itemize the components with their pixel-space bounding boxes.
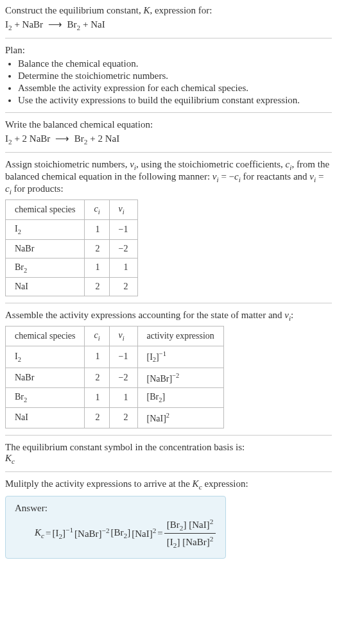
- reaction-balanced: I2 + 2 NaBr ⟶ Br2 + 2 NaI: [5, 133, 332, 146]
- cell-c: 1: [85, 219, 109, 239]
- table-row: NaI 2 2: [6, 278, 138, 296]
- final-expression: Kc = [I2]−1 [NaBr]−2 [Br2] [NaI]2 = [Br2…: [15, 518, 216, 549]
- table-row: Br2 1 1 [Br2]: [6, 388, 224, 408]
- plus: +: [14, 19, 19, 30]
- separator: [5, 471, 332, 472]
- cell-c: 2: [85, 239, 109, 258]
- fraction-numerator: [Br2] [NaI]2: [164, 518, 216, 534]
- th-species: chemical species: [6, 326, 85, 346]
- reaction-unbalanced: I2 + NaBr ⟶ Br2 + NaI: [5, 19, 332, 31]
- stoichiometry-table: chemical species ci νi I2 1 −1 NaBr 2 −2…: [5, 199, 138, 296]
- activity-label: Assemble the activity expressions accoun…: [5, 310, 284, 320]
- th-activity: activity expression: [137, 326, 223, 346]
- cell-nu: 2: [109, 278, 137, 296]
- table-header-row: chemical species ci νi activity expressi…: [6, 326, 224, 346]
- separator: [5, 303, 332, 303]
- symbol-block: The equilibrium constant symbol in the c…: [5, 442, 332, 465]
- multiply-block: Mulitply the activity expressions to arr…: [5, 479, 332, 559]
- nu-symbol: ν: [284, 310, 289, 320]
- table-row: NaBr 2 −2 [NaBr]−2: [6, 368, 224, 388]
- separator: [5, 152, 332, 153]
- title-rest: , expression for:: [150, 5, 212, 15]
- cell-c: 2: [85, 408, 109, 428]
- assign-text: for products:: [12, 183, 64, 194]
- title-text: Construct the equilibrium constant,: [5, 5, 143, 15]
- cell-nu: −2: [109, 239, 137, 258]
- balanced-label: Write the balanced chemical equation:: [5, 119, 332, 130]
- cell-species: NaBr: [6, 368, 85, 388]
- arrow-icon: ⟶: [53, 133, 72, 144]
- th-nu: νi: [109, 326, 137, 346]
- species-NaBr: NaBr: [30, 133, 51, 144]
- cell-activity: [I2]−1: [137, 346, 223, 368]
- cell-species: Br2: [6, 388, 85, 408]
- plan-label: Plan:: [5, 45, 332, 56]
- assign-text: Assign stoichiometric numbers,: [5, 159, 130, 169]
- c-symbol: c: [5, 183, 10, 194]
- species-Br2: Br2: [74, 133, 88, 144]
- coef: 2: [22, 133, 28, 144]
- cell-species: I2: [6, 346, 85, 368]
- table-row: I2 1 −1: [6, 219, 138, 239]
- table-row: NaBr 2 −2: [6, 239, 138, 258]
- cell-nu: 2: [109, 408, 137, 428]
- th-c: ci: [85, 200, 109, 220]
- plan-item: Determine the stoichiometric numbers.: [18, 71, 332, 81]
- answer-label: Answer:: [15, 503, 216, 514]
- arrow-icon: ⟶: [46, 19, 65, 30]
- nu-symbol: ν: [309, 171, 314, 182]
- cell-activity: [NaBr]−2: [137, 368, 223, 388]
- answer-box: Answer: Kc = [I2]−1 [NaBr]−2 [Br2] [NaI]…: [5, 496, 226, 559]
- eq: =: [316, 171, 324, 182]
- cell-species: Br2: [6, 258, 85, 278]
- cell-activity: [Br2]: [137, 388, 223, 408]
- Kc-symbol: Kc: [5, 453, 332, 465]
- term: [NaBr]−2: [74, 527, 109, 539]
- cell-species: NaBr: [6, 239, 85, 258]
- plan-item: Use the activity expressions to build th…: [18, 95, 332, 106]
- eq: =: [157, 528, 162, 539]
- cell-species: NaI: [6, 278, 85, 296]
- table-row: I2 1 −1 [I2]−1: [6, 346, 224, 368]
- cell-c: 1: [85, 346, 109, 368]
- fraction-denominator: [I2] [NaBr]2: [164, 534, 216, 549]
- cell-nu: 1: [109, 258, 137, 278]
- symbol-line: The equilibrium constant symbol in the c…: [5, 442, 332, 453]
- cell-nu: −1: [109, 219, 137, 239]
- th-c: ci: [85, 326, 109, 346]
- cell-c: 2: [85, 368, 109, 388]
- balanced-block: Write the balanced chemical equation: I2…: [5, 119, 332, 146]
- assign-text: for reactants and: [241, 171, 309, 182]
- assign-block: Assign stoichiometric numbers, νi, using…: [5, 159, 332, 296]
- multiply-text: Mulitply the activity expressions to arr…: [5, 479, 193, 489]
- Kc: Kc: [35, 527, 44, 539]
- Kc-symbol: Kc: [193, 479, 202, 489]
- eq: = −: [219, 171, 234, 182]
- species-NaI: NaI: [105, 133, 120, 144]
- term: [I2]−1: [52, 526, 73, 540]
- coef: 2: [98, 133, 103, 144]
- species-NaI: NaI: [91, 19, 105, 30]
- plan-list: Balance the chemical equation. Determine…: [5, 58, 332, 106]
- multiply-text-end: expression:: [202, 479, 248, 489]
- species-I2: I2: [5, 133, 12, 144]
- plan-block: Plan: Balance the chemical equation. Det…: [5, 45, 332, 106]
- cell-species: NaI: [6, 408, 85, 428]
- nu-symbol: ν: [130, 159, 134, 169]
- title-K: K: [143, 5, 150, 15]
- cell-c: 1: [85, 258, 109, 278]
- table-row: Br2 1 1: [6, 258, 138, 278]
- table-header-row: chemical species ci νi: [6, 200, 138, 220]
- activity-label-end: :: [291, 310, 293, 320]
- th-species: chemical species: [6, 200, 85, 220]
- fraction: [Br2] [NaI]2 [I2] [NaBr]2: [164, 518, 216, 549]
- activity-block: Assemble the activity expressions accoun…: [5, 310, 332, 428]
- cell-c: 1: [85, 388, 109, 408]
- plan-item: Balance the chemical equation.: [18, 58, 332, 69]
- assign-text: , using the stoichiometric coefficients,: [136, 159, 286, 169]
- cell-nu: −1: [109, 346, 137, 368]
- species-I2: I2: [5, 19, 12, 30]
- cell-nu: −2: [109, 368, 137, 388]
- cell-activity: [NaI]2: [137, 408, 223, 428]
- plus: +: [90, 133, 95, 144]
